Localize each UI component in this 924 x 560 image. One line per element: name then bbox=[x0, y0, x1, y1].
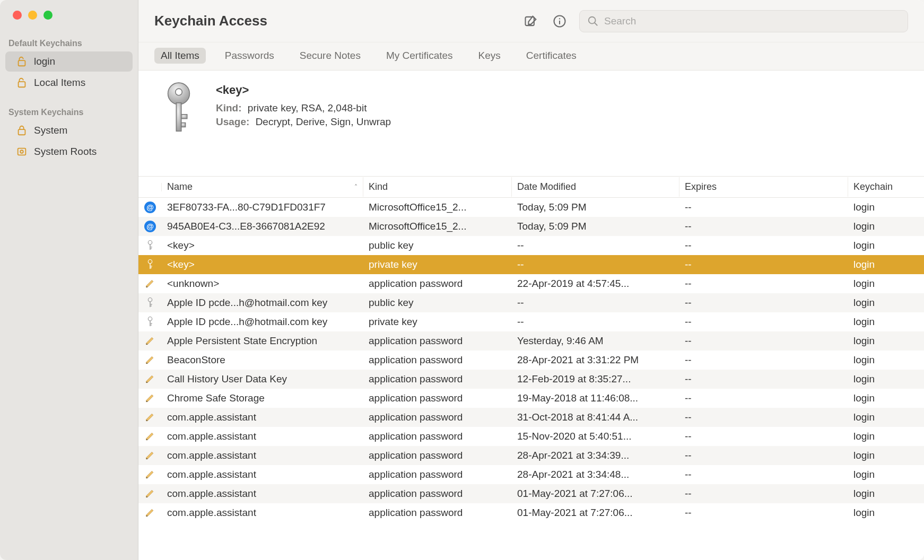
svg-point-14 bbox=[148, 240, 152, 244]
lock-icon bbox=[16, 125, 28, 136]
cell-expires: -- bbox=[679, 257, 848, 273]
table-row[interactable]: com.apple.assistantapplication password2… bbox=[138, 465, 924, 484]
svg-point-10 bbox=[176, 89, 182, 95]
col-keychain[interactable]: Keychain bbox=[848, 177, 922, 197]
svg-rect-24 bbox=[151, 304, 152, 304]
cell-expires: -- bbox=[679, 505, 848, 521]
table-row[interactable]: Call History User Data Keyapplication pa… bbox=[138, 370, 924, 389]
col-kind[interactable]: Kind bbox=[363, 177, 512, 197]
cell-kind: application password bbox=[363, 390, 512, 406]
cell-keychain: login bbox=[848, 448, 922, 463]
cell-keychain: login bbox=[848, 333, 922, 349]
cell-keychain: login bbox=[848, 486, 922, 502]
sidebar-item-system-roots[interactable]: System Roots bbox=[5, 142, 133, 162]
table-row[interactable]: com.apple.assistantapplication password3… bbox=[138, 408, 924, 427]
search-input[interactable] bbox=[604, 15, 900, 27]
cell-name: com.apple.assistant bbox=[162, 486, 363, 502]
certs-icon bbox=[16, 146, 28, 158]
table-row[interactable]: com.apple.assistantapplication password1… bbox=[138, 427, 924, 446]
table-row[interactable]: @3EF80733-FA...80-C79D1FD031F7MicrosoftO… bbox=[138, 198, 924, 217]
cell-date: Today, 5:09 PM bbox=[512, 199, 679, 215]
search-field[interactable] bbox=[579, 10, 908, 32]
col-date[interactable]: Date Modified bbox=[512, 177, 679, 197]
cell-date: 22-Apr-2019 at 4:57:45... bbox=[512, 276, 679, 292]
key-icon bbox=[138, 257, 162, 273]
item-detail-kind-line: Kind: private key, RSA, 2,048-bit bbox=[216, 102, 391, 114]
table-row[interactable]: Apple ID pcde...h@hotmail.com keypublic … bbox=[138, 293, 924, 312]
table-row[interactable]: Apple ID pcde...h@hotmail.com keyprivate… bbox=[138, 312, 924, 331]
cell-name: <key> bbox=[162, 257, 363, 273]
tab-keys[interactable]: Keys bbox=[472, 48, 507, 64]
cell-kind: application password bbox=[363, 428, 512, 444]
cell-keychain: login bbox=[848, 467, 922, 483]
tab-all-items[interactable]: All Items bbox=[154, 48, 206, 64]
cell-expires: -- bbox=[679, 276, 848, 292]
table-row[interactable]: @945AB0E4-C3...E8-3667081A2E92MicrosoftO… bbox=[138, 217, 924, 236]
window-close-button[interactable] bbox=[13, 11, 22, 20]
tab-passwords[interactable]: Passwords bbox=[219, 48, 281, 64]
cell-expires: -- bbox=[679, 238, 848, 253]
pencil-icon bbox=[138, 334, 162, 348]
cell-name: com.apple.assistant bbox=[162, 505, 363, 521]
cell-name: com.apple.assistant bbox=[162, 467, 363, 483]
cell-name: 3EF80733-FA...80-C79D1FD031F7 bbox=[162, 199, 363, 215]
col-expires[interactable]: Expires bbox=[679, 177, 848, 197]
table-row[interactable]: Apple Persistent State Encryptionapplica… bbox=[138, 331, 924, 351]
items-table[interactable]: Name ˄ Kind Date Modified Expires Keycha… bbox=[138, 177, 924, 560]
tab-certificates[interactable]: Certificates bbox=[520, 48, 583, 64]
cell-kind: application password bbox=[363, 352, 512, 368]
svg-point-22 bbox=[148, 298, 152, 301]
sidebar-item-label: System bbox=[34, 125, 67, 136]
window-minimize-button[interactable] bbox=[28, 11, 37, 20]
svg-rect-3 bbox=[18, 148, 26, 155]
tab-my-certificates[interactable]: My Certificates bbox=[380, 48, 459, 64]
sidebar-item-local-items[interactable]: Local Items bbox=[5, 73, 133, 93]
tab-secure-notes[interactable]: Secure Notes bbox=[293, 48, 367, 64]
table-row[interactable]: <unknown>application password22-Apr-2019… bbox=[138, 274, 924, 293]
info-button[interactable] bbox=[551, 12, 569, 30]
pencil-icon bbox=[138, 276, 162, 291]
cell-keychain: login bbox=[848, 218, 922, 234]
cell-kind: application password bbox=[363, 409, 512, 425]
svg-point-4 bbox=[20, 150, 23, 153]
window-zoom-button[interactable] bbox=[43, 11, 53, 20]
item-detail: <key> Kind: private key, RSA, 2,048-bit … bbox=[138, 71, 924, 177]
cell-keychain: login bbox=[848, 428, 922, 444]
table-row[interactable]: Chrome Safe Storageapplication password1… bbox=[138, 389, 924, 408]
sidebar-item-system[interactable]: System bbox=[5, 120, 133, 141]
svg-point-18 bbox=[148, 259, 152, 263]
cell-kind: application password bbox=[363, 448, 512, 463]
pencil-icon bbox=[138, 486, 162, 501]
cell-name: <unknown> bbox=[162, 276, 363, 292]
compose-button[interactable] bbox=[522, 12, 540, 30]
pencil-icon bbox=[138, 429, 162, 444]
app-title: Keychain Access bbox=[154, 13, 511, 29]
table-row[interactable]: com.apple.assistantapplication password0… bbox=[138, 484, 924, 503]
table-row[interactable]: <key>public key----login bbox=[138, 236, 924, 255]
pencil-icon bbox=[138, 448, 162, 463]
cell-expires: -- bbox=[679, 371, 848, 387]
col-name[interactable]: Name ˄ bbox=[162, 177, 363, 197]
svg-rect-16 bbox=[151, 247, 152, 247]
cell-date: 31-Oct-2018 at 8:41:44 A... bbox=[512, 409, 679, 425]
table-row[interactable]: com.apple.assistantapplication password2… bbox=[138, 446, 924, 465]
table-row[interactable]: BeaconStoreapplication password28-Apr-20… bbox=[138, 351, 924, 370]
cell-keychain: login bbox=[848, 409, 922, 425]
sidebar-item-label: Local Items bbox=[34, 77, 85, 89]
cell-date: 28-Apr-2021 at 3:34:39... bbox=[512, 448, 679, 463]
kind-value: private key, RSA, 2,048-bit bbox=[248, 102, 367, 113]
item-detail-text: <key> Kind: private key, RSA, 2,048-bit … bbox=[216, 81, 391, 160]
table-row[interactable]: <key>private key----login bbox=[138, 255, 924, 274]
svg-point-26 bbox=[148, 317, 152, 320]
svg-rect-28 bbox=[151, 323, 152, 323]
col-expires-label: Expires bbox=[685, 181, 717, 192]
cell-kind: MicrosoftOffice15_2... bbox=[363, 199, 512, 215]
cell-name: Apple ID pcde...h@hotmail.com key bbox=[162, 295, 363, 311]
cell-date: 01-May-2021 at 7:27:06... bbox=[512, 486, 679, 502]
cell-expires: -- bbox=[679, 467, 848, 483]
sidebar-item-login[interactable]: login bbox=[5, 51, 133, 72]
cell-keychain: login bbox=[848, 238, 922, 253]
svg-rect-19 bbox=[150, 264, 150, 269]
table-row[interactable]: com.apple.assistantapplication password0… bbox=[138, 503, 924, 522]
col-icon[interactable] bbox=[138, 183, 162, 191]
